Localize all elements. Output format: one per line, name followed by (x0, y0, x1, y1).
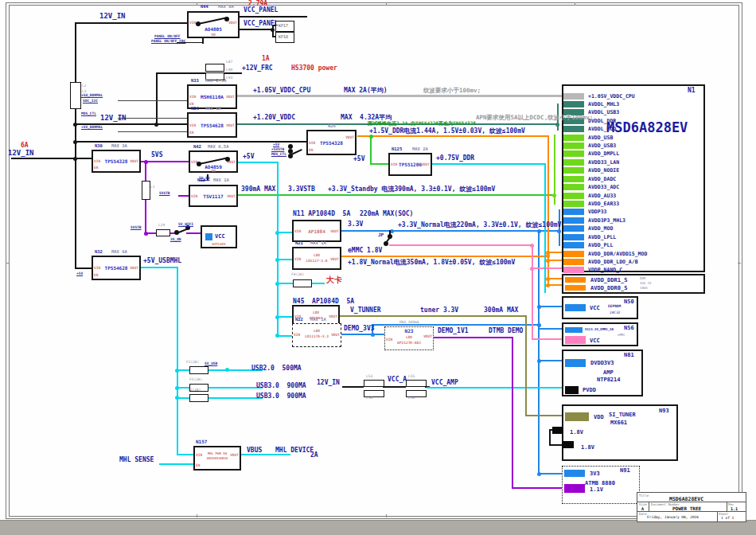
chip-pin: +1.05V_VDDC_CPU (563, 92, 699, 100)
wire (75, 141, 306, 143)
inductor (142, 181, 150, 200)
jumper-label: JP (378, 232, 384, 237)
pin-name: VCC3.3V_EMMC_SD (585, 328, 614, 331)
wire (310, 283, 325, 284)
ref-l55: L55 (408, 375, 415, 379)
ref-l2: L2 (82, 84, 86, 88)
pin-name: 1.1V (590, 486, 603, 493)
pin-name: AVDD_DDR/AVDD15_MOD (588, 251, 647, 257)
pin-name: AVDD_EAR33 (588, 201, 619, 207)
junction-dot (275, 282, 279, 286)
part-number: LD1117A-3.3 (293, 335, 341, 339)
pin-swatch (564, 470, 585, 477)
wire (548, 278, 563, 279)
ctl-label: MOS_CTL (271, 153, 286, 157)
pin-name: AVDD33_LAN (588, 159, 619, 166)
part-type: LDO (294, 311, 338, 315)
switch-lever (198, 17, 228, 25)
chip-pin: VDDP_NAND_C (563, 267, 699, 274)
atmb-box: 3V3 ATMB 8880 1.1V N91 (562, 466, 640, 504)
rail-ddr15: +1.5V_DDR电流1.44A, 1.5V±0.03V, 纹波≤100mV (369, 128, 525, 135)
net-label-mhldev: MHL DEVICE (275, 447, 314, 454)
zone-tick (386, 514, 387, 517)
wire (141, 161, 189, 162)
rating: MAX 300mA (399, 321, 419, 325)
switch-label: SW (189, 33, 238, 37)
junction-dot (369, 135, 373, 139)
zone-tick (197, 514, 197, 517)
net-label-frc: +12V_FRC (242, 65, 273, 72)
pin-name: AVDD_DDR_LDO_A/B (588, 259, 638, 265)
reg-header: N45 AP1084D 5A (293, 299, 354, 305)
junction-dot (73, 157, 77, 161)
net-label-dtmb: DTMB DEMO (489, 328, 523, 334)
rail-tuner: tuner 3.3V (420, 307, 458, 314)
net-label-vtunner: V_TUNNER (350, 307, 381, 314)
ref-des: N30 (95, 144, 103, 149)
sheet-title: MSD6A828EVC (669, 496, 703, 502)
ref-des: N91 (620, 468, 630, 474)
pin-name: VDD (594, 414, 604, 420)
divider (637, 511, 746, 512)
net-label-demo3v3: DEMO_3V3 (344, 326, 375, 332)
part-number: GN2U8534B1U (195, 457, 240, 460)
ctl-label: +5V (76, 272, 83, 276)
pin-swatch (565, 327, 583, 333)
device-name: eMMC (618, 334, 625, 337)
junction-dot (537, 305, 541, 309)
pin-name: VCC (590, 338, 600, 344)
note-ddr-change: 测试峰峰电流2.1A,由TPS54220更改为TPS54328 (368, 121, 476, 126)
junction-dot (275, 231, 279, 235)
reg-header-max: 220mA MAX(SOC) (360, 211, 413, 217)
chip-pin: AVDD_DMPLL (563, 150, 699, 158)
ref-des: N33 (191, 79, 199, 84)
ref-des: N32 (95, 250, 103, 255)
junction-dot (537, 359, 541, 363)
pin-swatch (563, 184, 584, 190)
part-number: TPS54628 (93, 266, 139, 271)
ref-l53: L53 (366, 375, 372, 379)
rail-usb30: USB3.0 900MA (256, 383, 306, 389)
regulator-n23: VIN VOUT N23 LDO AP2127K-ADJ (384, 326, 434, 350)
fuse-label: F5(2A) (189, 378, 202, 382)
wire (140, 267, 178, 268)
note-apn: APN要求使用5A以上DCDC,纹波小于100mv; (476, 115, 593, 121)
chip-pin: AVDD_NODIE (563, 167, 699, 174)
zone-tick (575, 2, 575, 6)
device-part: NTP8214 (597, 377, 621, 383)
wire (76, 22, 189, 24)
net-label-5vs: 5VS (151, 152, 162, 158)
wire (512, 337, 513, 489)
ref-l29: L29 (158, 224, 165, 228)
rail-emmc: eMMC 1.8V (348, 248, 382, 254)
rating: MAX 1A (213, 178, 229, 183)
current-label: 2A (310, 452, 318, 459)
wire (341, 334, 386, 335)
vcc-label: VCC (215, 234, 225, 240)
chip-pin: AVDD33_LAN (563, 158, 699, 166)
pin-name: 1.8V (570, 429, 583, 435)
chip-pin: AVDD_USB3 (563, 143, 699, 150)
wire (538, 473, 563, 474)
part-type: LDO (293, 330, 341, 334)
rating: MAX 6.5A (208, 145, 229, 150)
pin-swatch (563, 201, 584, 207)
connector-label: KP17 (279, 24, 288, 28)
regulator-n157: VIN VOUT EN MHL PWR SW GN2U8534B1U (193, 446, 241, 471)
wire (427, 387, 563, 389)
net-label-5v: +5V (353, 156, 364, 162)
pin-name: AVDD_AU33 (588, 193, 616, 199)
pin-name: PVDD (583, 387, 596, 393)
ctl-label: PANEL ON/OFF (154, 35, 181, 39)
ctl-label: 5V_EN (199, 177, 210, 181)
junction-dot (530, 244, 534, 248)
regulator-n125: VIN VOUT TPS51206 (388, 153, 432, 176)
ctl-label: +5V_NORMAL (81, 94, 103, 98)
net-label-vccamp: VCC_AMP (431, 380, 458, 386)
pin-swatch (563, 159, 584, 166)
pin-swatch (563, 242, 584, 248)
wire (118, 118, 187, 119)
pin-name: VDDP33 (588, 209, 606, 215)
fuse (293, 279, 312, 287)
pin-vout: VOUT (345, 136, 354, 140)
